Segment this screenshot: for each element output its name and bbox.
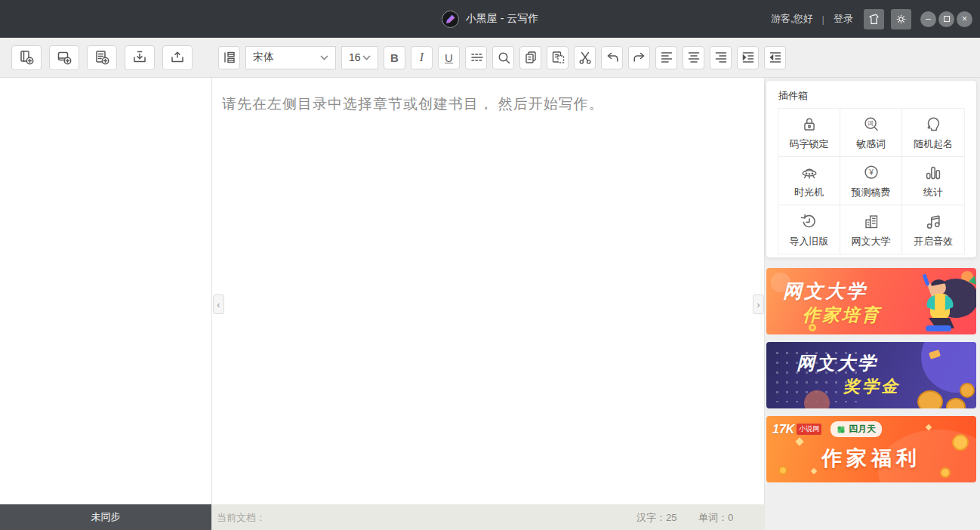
plugin-webnovel-university[interactable]: 网文大学 [840, 205, 902, 254]
random-name-icon [923, 114, 944, 135]
close-button[interactable]: × [957, 11, 972, 27]
fee-predict-icon: ¥ [861, 162, 882, 183]
banner-scholarship[interactable]: 网文大学 奖学金 [766, 342, 976, 408]
statusbar: 当前文档： 汉字：25 单词：0 [212, 504, 765, 530]
plugin-box: 插件箱 码字锁定 词 敏感词 [766, 81, 976, 257]
plugin-label: 时光机 [794, 186, 824, 199]
new-volume-icon [56, 49, 72, 66]
redo-button[interactable] [628, 46, 650, 69]
sync-status-text: 未同步 [91, 510, 121, 524]
plugin-label: 码字锁定 [790, 137, 829, 151]
align-left-button[interactable] [655, 46, 677, 69]
titlebar: 小黑屋 - 云写作 游客,您好 | 登录 – × [0, 0, 980, 38]
outdent-button[interactable] [764, 46, 786, 69]
bold-icon: B [390, 51, 399, 64]
align-center-button[interactable] [683, 46, 704, 69]
user-greeting: 游客,您好 [771, 12, 813, 26]
underline-icon: U [445, 51, 453, 64]
logo-17k-text: 17K [772, 423, 794, 436]
plugin-label: 随机起名 [914, 137, 953, 151]
sound-effect-icon [923, 211, 944, 233]
line-spacing-button[interactable] [465, 46, 487, 69]
bold-button[interactable]: B [384, 46, 405, 69]
new-chapter-icon [94, 49, 110, 66]
coin-decor [917, 390, 943, 408]
italic-button[interactable]: I [411, 46, 433, 69]
titlebar-separator: | [822, 14, 824, 25]
plugin-word-lock[interactable]: 码字锁定 [778, 109, 840, 157]
chevron-down-icon [320, 55, 328, 60]
plugin-label: 开启音效 [914, 235, 953, 248]
chevron-down-icon [362, 55, 371, 60]
new-book-button[interactable] [11, 45, 42, 70]
plugin-sound-effects[interactable]: 开启音效 [902, 205, 964, 254]
theme-button[interactable] [864, 9, 884, 29]
banner-text: 作家培育 [803, 304, 881, 327]
plugin-time-machine[interactable]: 时光机 [778, 157, 840, 205]
collapse-panel-handle[interactable]: › [753, 294, 764, 314]
import-legacy-icon [799, 211, 820, 233]
plugin-import-legacy[interactable]: 导入旧版 [778, 205, 840, 254]
editor-placeholder: 请先在左侧目录中选择章节或创建书目， 然后开始写作。 [222, 94, 754, 114]
hanzi-count-label: 汉字： [636, 512, 666, 523]
align-right-button[interactable] [710, 46, 732, 69]
statistics-icon [923, 162, 944, 183]
coin-decor [952, 434, 969, 451]
toolbar: 宋体 16 B I U [0, 38, 980, 78]
collapse-sidebar-handle[interactable]: ‹ [213, 294, 224, 314]
undo-button[interactable] [601, 46, 623, 69]
plugin-label: 网文大学 [852, 235, 891, 248]
indent-button[interactable] [737, 46, 759, 69]
hanzi-count: 汉字：25 [636, 511, 676, 525]
chapter-sidebar[interactable]: 未同步 [0, 78, 212, 530]
plugin-panel: 插件箱 码字锁定 词 敏感词 [765, 78, 980, 530]
collapse-right-icon: › [757, 299, 760, 310]
svg-text:词: 词 [868, 120, 874, 127]
plugin-sensitive-words[interactable]: 词 敏感词 [840, 109, 902, 157]
editor-area[interactable]: 请先在左侧目录中选择章节或创建书目， 然后开始写作。 [212, 78, 765, 504]
plugin-random-name[interactable]: 随机起名 [902, 109, 964, 157]
search-button[interactable] [492, 46, 514, 69]
banner-logos: 17K 小说网 四月天 [772, 421, 882, 437]
sync-status-bar: 未同步 [0, 504, 211, 530]
logo-siyuetian: 四月天 [831, 421, 882, 437]
paragraph-format-button[interactable] [218, 46, 240, 69]
indent-icon [740, 49, 757, 66]
minimize-button[interactable]: – [920, 11, 936, 27]
settings-button[interactable] [891, 9, 911, 29]
export-icon [169, 49, 186, 66]
paragraph-format-icon [221, 49, 238, 66]
app-logo-icon [442, 11, 459, 28]
maximize-button[interactable] [938, 11, 954, 27]
coin-decor [960, 383, 975, 398]
export-button[interactable] [162, 45, 193, 70]
new-volume-button[interactable] [49, 45, 79, 70]
underline-button[interactable]: U [438, 46, 460, 69]
font-size-value: 16 [349, 51, 361, 63]
banner-writer-training[interactable]: 网文大学 作家培育 [766, 268, 976, 334]
new-book-icon [18, 49, 35, 66]
hanzi-count-value: 25 [666, 512, 676, 523]
cut-icon [577, 49, 593, 66]
plugin-fee-predict[interactable]: ¥ 预测稿费 [840, 157, 902, 205]
cut-button[interactable] [574, 46, 596, 69]
new-chapter-button[interactable] [87, 45, 117, 70]
font-family-select[interactable]: 宋体 [245, 46, 336, 69]
redo-icon [631, 49, 648, 66]
login-button[interactable]: 登录 [834, 12, 853, 26]
plugin-statistics[interactable]: 统计 [902, 157, 964, 205]
paste-button[interactable] [547, 46, 569, 69]
font-size-select[interactable]: 16 [341, 46, 378, 69]
logo-17k: 17K 小说网 [772, 423, 821, 436]
banner-writer-welfare[interactable]: 17K 小说网 四月天 作家福利 [766, 416, 976, 482]
svg-text:¥: ¥ [868, 168, 874, 177]
outdent-icon [767, 49, 784, 66]
undo-icon [604, 49, 621, 66]
banner-text: 奖学金 [843, 375, 900, 398]
webnovel-university-icon [861, 211, 882, 233]
import-button[interactable] [125, 45, 155, 70]
copy-icon [522, 49, 539, 66]
copy-button[interactable] [519, 46, 541, 69]
shirt-icon [868, 13, 880, 26]
collapse-left-icon: ‹ [217, 299, 220, 310]
